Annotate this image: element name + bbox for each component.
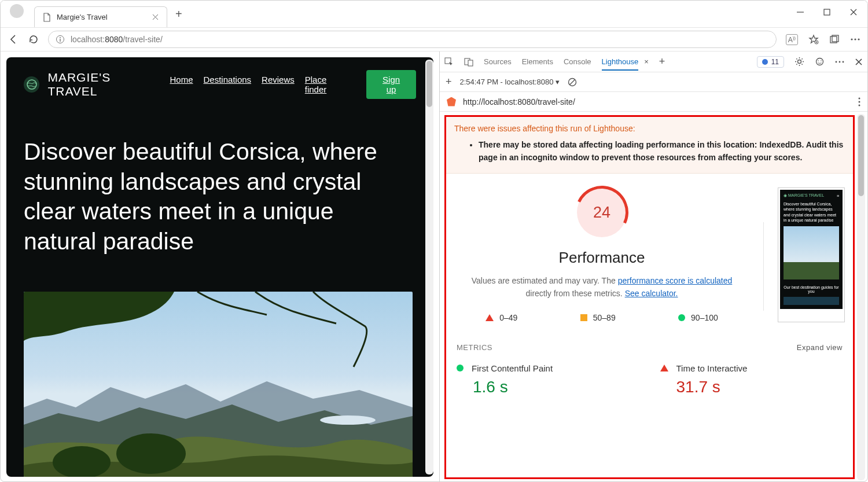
browser-tab-bar: Margie's Travel + bbox=[1, 1, 867, 27]
feedback-icon[interactable] bbox=[815, 57, 825, 67]
inspect-icon[interactable] bbox=[444, 57, 454, 67]
site-nav: Home Destinations Reviews Place finder bbox=[170, 75, 347, 94]
metric-tti-value: 31.7 s bbox=[676, 378, 843, 396]
read-aloud-button[interactable]: A)) bbox=[786, 34, 798, 45]
performance-description: Values are estimated and may vary. The p… bbox=[454, 275, 749, 300]
svg-point-17 bbox=[27, 80, 36, 89]
metric-fcp: First Contentful Paint 1.6 s bbox=[454, 360, 642, 400]
page-icon bbox=[43, 13, 51, 22]
device-toggle-icon[interactable] bbox=[464, 57, 473, 67]
close-window-button[interactable] bbox=[849, 8, 858, 16]
triangle-icon bbox=[486, 314, 494, 321]
lighthouse-toolbar: + 2:54:47 PM - localhost:8080 ▾ bbox=[440, 72, 867, 92]
more-icon[interactable] bbox=[835, 61, 844, 63]
circle-icon bbox=[457, 365, 464, 371]
svg-point-30 bbox=[843, 61, 844, 62]
favorites-button[interactable] bbox=[808, 34, 819, 45]
see-calculator-link[interactable]: See calculator. bbox=[625, 289, 678, 298]
nav-home[interactable]: Home bbox=[170, 75, 193, 94]
page-viewport: MARGIE'S TRAVEL Home Destinations Review… bbox=[1, 51, 439, 482]
svg-point-26 bbox=[818, 60, 819, 61]
svg-point-25 bbox=[816, 58, 823, 65]
svg-point-36 bbox=[859, 101, 860, 102]
tab-sources[interactable]: Sources bbox=[484, 57, 512, 66]
lighthouse-report: There were issues affecting this run of … bbox=[444, 115, 855, 479]
settings-icon[interactable] bbox=[795, 57, 804, 67]
nav-reviews[interactable]: Reviews bbox=[262, 75, 295, 94]
page-scrollbar[interactable] bbox=[425, 60, 433, 474]
report-menu-icon[interactable] bbox=[858, 97, 860, 106]
svg-point-16 bbox=[858, 38, 859, 40]
profile-avatar[interactable] bbox=[10, 4, 24, 18]
minimize-button[interactable] bbox=[796, 8, 804, 16]
svg-rect-1 bbox=[824, 9, 830, 15]
svg-point-15 bbox=[854, 38, 856, 40]
refresh-button[interactable] bbox=[28, 34, 39, 45]
svg-point-28 bbox=[836, 61, 837, 62]
svg-point-37 bbox=[859, 104, 860, 106]
svg-point-7 bbox=[60, 37, 61, 38]
svg-point-14 bbox=[851, 38, 852, 40]
browser-tab[interactable]: Margie's Travel bbox=[34, 6, 167, 27]
triangle-icon bbox=[660, 365, 668, 371]
lighthouse-icon bbox=[447, 97, 456, 106]
back-button[interactable] bbox=[8, 34, 19, 45]
page-thumbnail: ◉ MARGIE'S TRAVEL≡ Discover beautiful Co… bbox=[778, 187, 845, 322]
site-info-icon[interactable] bbox=[56, 35, 65, 44]
tab-console[interactable]: Console bbox=[564, 57, 591, 66]
close-tab-button[interactable] bbox=[152, 14, 159, 20]
hero-heading: Discover beautiful Corsica, where stunni… bbox=[24, 137, 406, 257]
globe-icon bbox=[24, 76, 39, 93]
metric-tti: Time to Interactive 31.7 s bbox=[658, 360, 845, 400]
report-url: http://localhost:8080/travel-site/ bbox=[463, 97, 575, 106]
metrics-heading: METRICS bbox=[457, 343, 492, 352]
menu-button[interactable] bbox=[850, 38, 860, 41]
svg-rect-8 bbox=[60, 39, 60, 42]
circle-icon bbox=[678, 314, 685, 321]
warning-title: There were issues affecting this run of … bbox=[454, 124, 845, 133]
url-text: localhost:8080/travel-site/ bbox=[71, 35, 163, 44]
svg-point-29 bbox=[839, 61, 841, 62]
close-tab-icon[interactable]: × bbox=[644, 57, 649, 66]
signup-button[interactable]: Sign up bbox=[366, 70, 416, 99]
devtools-tab-bar: Sources Elements Console Lighthouse × + … bbox=[440, 51, 867, 72]
address-bar: localhost:8080/travel-site/ A)) bbox=[1, 27, 867, 51]
site-header: MARGIE'S TRAVEL Home Destinations Review… bbox=[24, 70, 416, 99]
close-devtools-icon[interactable] bbox=[855, 58, 863, 66]
report-scrollbar[interactable] bbox=[857, 114, 865, 480]
report-dropdown[interactable]: 2:54:47 PM - localhost:8080 ▾ bbox=[460, 78, 560, 86]
metric-fcp-value: 1.6 s bbox=[473, 378, 639, 396]
expand-view-button[interactable]: Expand view bbox=[797, 343, 843, 352]
issues-badge[interactable]: 11 bbox=[757, 56, 784, 68]
svg-point-18 bbox=[320, 415, 376, 425]
svg-point-19 bbox=[116, 433, 186, 474]
score-calc-link[interactable]: performance score is calculated bbox=[618, 276, 733, 285]
devtools-panel: Sources Elements Console Lighthouse × + … bbox=[439, 51, 867, 482]
nav-destinations[interactable]: Destinations bbox=[204, 75, 252, 94]
score-legend: 0–49 50–89 90–100 bbox=[454, 313, 749, 322]
tab-title: Margie's Travel bbox=[57, 13, 108, 21]
add-tab-icon[interactable]: + bbox=[659, 56, 665, 68]
collections-button[interactable] bbox=[829, 34, 840, 45]
square-icon bbox=[580, 314, 587, 321]
clear-button[interactable] bbox=[568, 78, 577, 87]
warning-banner: There were issues affecting this run of … bbox=[446, 117, 853, 174]
svg-rect-23 bbox=[468, 60, 473, 66]
svg-point-35 bbox=[859, 97, 860, 99]
maximize-button[interactable] bbox=[823, 8, 831, 16]
svg-point-24 bbox=[798, 60, 801, 64]
site-logo-text: MARGIE'S TRAVEL bbox=[47, 71, 161, 98]
warning-item: There may be stored data affecting loadi… bbox=[479, 139, 845, 164]
tab-lighthouse[interactable]: Lighthouse bbox=[602, 57, 639, 71]
report-url-bar: http://localhost:8080/travel-site/ bbox=[440, 92, 867, 112]
new-report-button[interactable]: + bbox=[446, 76, 452, 88]
performance-score-gauge: 24 bbox=[577, 187, 627, 237]
hero-image bbox=[24, 292, 413, 477]
nav-place-finder[interactable]: Place finder bbox=[305, 75, 347, 94]
new-tab-button[interactable]: + bbox=[175, 8, 182, 21]
svg-point-27 bbox=[821, 60, 822, 61]
performance-title: Performance bbox=[454, 249, 749, 267]
url-input[interactable]: localhost:8080/travel-site/ bbox=[48, 31, 777, 48]
tab-elements[interactable]: Elements bbox=[522, 57, 553, 66]
svg-line-34 bbox=[570, 79, 575, 84]
